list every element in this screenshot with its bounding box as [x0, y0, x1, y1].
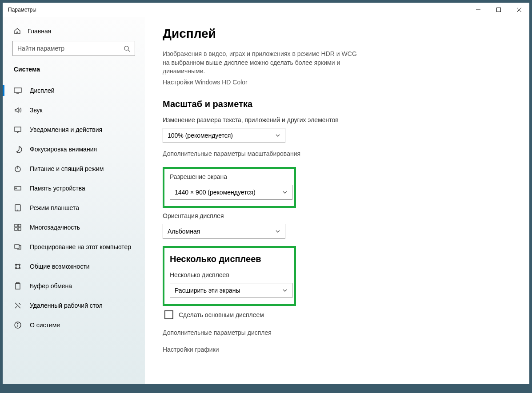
graphics-settings-link[interactable]: Настройки графики [163, 346, 512, 353]
resolution-dropdown[interactable]: 1440 × 900 (рекомендуется) [170, 185, 292, 200]
window-title: Параметры [8, 7, 36, 13]
orientation-value: Альбомная [168, 228, 275, 235]
primary-display-label: Сделать основным дисплеем [179, 311, 264, 318]
sidebar-item-label: Питание и спящий режим [30, 165, 104, 172]
page-title: Дисплей [163, 27, 512, 41]
home-icon [14, 28, 21, 35]
orientation-dropdown[interactable]: Альбомная [163, 224, 285, 239]
sidebar-item-label: Звук [30, 107, 43, 114]
sidebar-item-label: Многозадачность [30, 224, 80, 231]
checkbox-box [164, 310, 173, 319]
sidebar-item-label: Буфер обмена [30, 282, 72, 290]
sidebar-item-label: Фокусировка внимания [30, 146, 97, 153]
sidebar-item-focus[interactable]: Фокусировка внимания [3, 139, 145, 159]
svg-rect-18 [18, 228, 21, 230]
sidebar-item-clipboard[interactable]: Буфер обмена [3, 276, 145, 296]
sidebar-item-label: Дисплей [30, 87, 55, 94]
multiple-displays-dropdown[interactable]: Расширить эти экраны [170, 283, 292, 298]
sidebar-item-storage[interactable]: Память устройства [3, 179, 145, 198]
scale-heading: Масштаб и разметка [163, 99, 512, 109]
multi-icon [14, 223, 22, 231]
hdr-color-link[interactable]: Настройки Windows HD Color [163, 79, 512, 86]
search-placeholder: Найти параметр [17, 45, 124, 52]
sidebar-item-label: Проецирование на этот компьютер [30, 243, 131, 250]
scale-label: Изменение размера текста, приложений и д… [163, 116, 512, 123]
svg-line-5 [128, 50, 130, 52]
about-icon [14, 321, 22, 329]
home-link[interactable]: Главная [3, 25, 145, 41]
sound-icon [14, 106, 22, 114]
hdr-description: Изображения в видео, играх и приложениях… [163, 50, 358, 76]
sidebar-item-label: Уведомления и действия [30, 126, 102, 133]
scale-value: 100% (рекомендуется) [168, 132, 275, 139]
chevron-down-icon [275, 133, 280, 138]
sidebar-item-project[interactable]: Проецирование на этот компьютер [3, 237, 145, 257]
chevron-down-icon [282, 190, 288, 195]
chevron-down-icon [282, 288, 288, 293]
clip-icon [14, 282, 22, 290]
primary-display-checkbox[interactable]: Сделать основным дисплеем [164, 310, 512, 319]
notify-icon [14, 126, 22, 134]
sidebar-item-tablet[interactable]: Режим планшета [3, 198, 145, 218]
sidebar-item-label: Память устройства [30, 185, 85, 192]
category-heading: Система [3, 64, 145, 81]
power-icon [14, 165, 22, 173]
sidebar-item-notifications[interactable]: Уведомления и действия [3, 120, 145, 139]
svg-rect-15 [15, 224, 17, 227]
sidebar-item-about[interactable]: О системе [3, 315, 145, 335]
focus-icon [14, 145, 22, 153]
svg-rect-24 [16, 283, 20, 289]
close-button[interactable] [509, 3, 529, 17]
sidebar-item-multitask[interactable]: Многозадачность [3, 218, 145, 237]
sidebar: Главная Найти параметр Система Дисплей З… [3, 17, 145, 384]
sidebar-item-label: Общие возможности [30, 263, 90, 270]
settings-window: Параметры Главная Найти параметр Система… [3, 3, 529, 384]
sidebar-item-label: Удаленный рабочий стол [30, 302, 103, 309]
nav-list: Дисплей Звук Уведомления и действия Фоку… [3, 81, 145, 384]
multiple-displays-highlight: Несколько дисплеев Несколько дисплеев Ра… [163, 246, 296, 306]
home-label: Главная [28, 28, 51, 35]
chevron-down-icon [275, 229, 280, 234]
project-icon [14, 243, 22, 251]
svg-point-28 [17, 323, 18, 324]
svg-point-12 [16, 188, 16, 189]
sidebar-item-label: О системе [30, 322, 60, 329]
svg-rect-8 [15, 127, 21, 131]
resolution-value: 1440 × 900 (рекомендуется) [175, 189, 282, 196]
tablet-icon [14, 204, 22, 212]
content-area: Дисплей Изображения в видео, играх и при… [145, 17, 529, 384]
svg-rect-16 [18, 224, 21, 227]
scale-dropdown[interactable]: 100% (рекомендуется) [163, 128, 285, 143]
sidebar-item-sound[interactable]: Звук [3, 100, 145, 120]
sidebar-item-power[interactable]: Питание и спящий режим [3, 159, 145, 179]
maximize-button[interactable] [488, 3, 509, 17]
multiple-displays-label: Несколько дисплеев [170, 271, 289, 278]
resolution-highlight: Разрешение экрана 1440 × 900 (рекомендуе… [163, 167, 296, 208]
search-input[interactable]: Найти параметр [12, 41, 135, 56]
sidebar-item-shared[interactable]: Общие возможности [3, 257, 145, 276]
orientation-label: Ориентация дисплея [163, 212, 512, 219]
svg-rect-6 [14, 88, 21, 92]
search-icon [124, 45, 130, 52]
svg-rect-19 [15, 245, 19, 248]
multiple-displays-value: Расширить эти экраны [175, 287, 282, 294]
share-icon [14, 262, 22, 270]
sidebar-item-display[interactable]: Дисплей [3, 81, 145, 100]
minimize-button[interactable] [468, 3, 488, 17]
sidebar-item-remote[interactable]: Удаленный рабочий стол [3, 296, 145, 315]
multiple-displays-heading: Несколько дисплеев [170, 254, 289, 264]
display-icon [14, 87, 22, 95]
sidebar-item-label: Режим планшета [30, 204, 79, 211]
svg-point-4 [124, 46, 128, 50]
advanced-scale-link[interactable]: Дополнительные параметры масштабирования [163, 150, 512, 157]
svg-rect-17 [15, 228, 17, 230]
remote-icon [14, 302, 22, 310]
svg-rect-1 [497, 8, 501, 12]
storage-icon [14, 184, 22, 192]
resolution-label: Разрешение экрана [170, 173, 289, 180]
titlebar: Параметры [3, 3, 529, 17]
advanced-display-link[interactable]: Дополнительные параметры дисплея [163, 329, 512, 336]
